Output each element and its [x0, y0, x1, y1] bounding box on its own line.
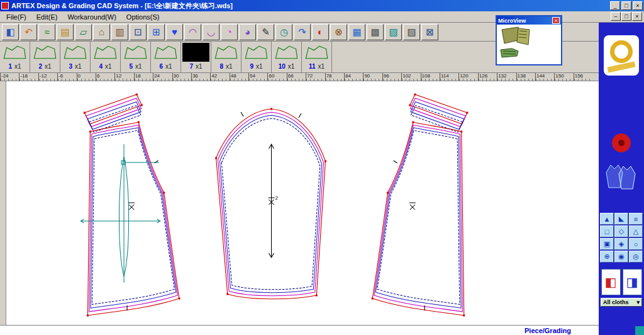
menu-item[interactable]: File(F) — [1, 13, 31, 21]
doc-restore-button[interactable]: □ — [621, 12, 631, 21]
keyboard-icon[interactable]: ▩ — [367, 24, 384, 40]
pattern-canvas[interactable]: 2 — [0, 81, 599, 325]
ruler-tick: 90 — [363, 73, 382, 81]
piece-tab-number: 8 — [219, 62, 223, 71]
sidebar-tool-12[interactable]: ◎ — [629, 251, 643, 263]
rainbow-icon[interactable]: ◔ — [221, 24, 238, 40]
sidebar-tool-6[interactable]: △ — [629, 225, 643, 237]
new-pattern-icon[interactable]: ▤ — [57, 24, 74, 40]
piece-tab-multiplier: x1 — [165, 62, 172, 71]
sidebar-tool-5[interactable]: ◇ — [614, 225, 628, 237]
ruler-tick: 6 — [96, 73, 114, 81]
printer-icon[interactable]: ▨ — [403, 24, 420, 40]
piece-tab[interactable]: 10 x1 — [272, 42, 302, 72]
sidebar-tool-1[interactable]: ▲ — [600, 213, 614, 225]
front-piece-button[interactable]: ◧ — [601, 269, 621, 295]
palette-icon[interactable]: ◐ — [312, 24, 329, 40]
microview-titlebar[interactable]: MicroView × — [497, 16, 561, 25]
ruler-tick: 48 — [230, 73, 248, 81]
sidebar-tool-3[interactable]: ≡ — [629, 213, 643, 225]
tape-measure-icon[interactable] — [604, 35, 639, 76]
ruler-tick: 150 — [554, 73, 573, 81]
piece-tab-number: 11 — [309, 62, 316, 71]
window-title: ARTEX Design & Grading CAD System - [E:\… — [11, 1, 610, 11]
arc-up-icon[interactable]: ◠ — [184, 24, 201, 40]
piece-tab-number: 3 — [69, 62, 72, 71]
grid-icon[interactable]: ▦ — [348, 24, 365, 40]
microview-thumbnail-2[interactable] — [499, 47, 521, 59]
rotate-icon[interactable]: ↷ — [294, 24, 311, 40]
pattern-pieces-icon[interactable] — [602, 162, 640, 190]
piece-tab[interactable]: 11 x1 — [302, 42, 332, 72]
undo-icon[interactable]: ↶ — [20, 24, 37, 40]
ruler-tick: -24 — [0, 73, 19, 81]
heart-icon[interactable]: ♥ — [166, 24, 183, 40]
ruler-tick: 84 — [344, 73, 363, 81]
piece-tab-multiplier: x1 — [45, 62, 52, 71]
piece-tab[interactable]: 3 x1 — [60, 42, 91, 72]
piece-thumbnail — [273, 43, 300, 62]
monitor-icon[interactable]: ⊡ — [130, 24, 147, 40]
microview-body — [497, 25, 561, 60]
maximize-button[interactable]: □ — [621, 1, 631, 10]
sidebar-tool-11[interactable]: ◉ — [614, 251, 628, 263]
doc-minimize-button[interactable]: – — [611, 12, 621, 21]
minimize-button[interactable]: _ — [610, 1, 620, 10]
menu-item[interactable]: Options(S) — [121, 13, 165, 21]
pen-icon[interactable]: ✎ — [257, 24, 274, 40]
select-pattern-icon[interactable]: ◧ — [2, 24, 19, 40]
piece-tab[interactable]: 4 x1 — [91, 42, 121, 72]
piece-tab[interactable]: 7 x1 — [181, 42, 211, 72]
piece-tab-multiplier: x1 — [135, 62, 142, 71]
piece-tab-number: 5 — [129, 62, 133, 71]
back-piece-button[interactable]: ◨ — [623, 269, 642, 295]
piece-tab[interactable]: 6 x1 — [151, 42, 181, 72]
ruler-tick: 18 — [134, 73, 153, 81]
ruler-tick: 54 — [248, 73, 267, 81]
piece-thumbnail — [303, 43, 330, 62]
monitor2-icon[interactable]: ⊠ — [421, 24, 438, 40]
mode-indicator: Piece/Grading — [525, 327, 571, 334]
sidebar-tool-2[interactable]: ◣ — [614, 213, 628, 225]
back-piece — [84, 94, 180, 317]
sidebar-tool-8[interactable]: ◈ — [614, 238, 628, 250]
piece-tab[interactable]: 5 x1 — [121, 42, 151, 72]
microview-close-button[interactable]: × — [552, 17, 560, 24]
ruler-tick: 30 — [172, 73, 191, 81]
grain-mark-front — [409, 203, 416, 210]
piece-outline-icon[interactable]: ▱ — [75, 24, 92, 40]
loop-icon[interactable]: ◕ — [239, 24, 256, 40]
menu-item[interactable]: Workaround(W) — [62, 13, 121, 21]
ruler-tick: 102 — [401, 73, 420, 81]
piece-tab[interactable]: 2 x1 — [30, 42, 60, 72]
sidebar-tool-4[interactable]: □ — [600, 225, 614, 237]
piece-tab[interactable]: 1 x1 — [0, 42, 30, 72]
piece-tab[interactable]: 8 x1 — [211, 42, 242, 72]
ruler-tick: 108 — [421, 73, 440, 81]
tools-icon[interactable]: ⊗ — [330, 24, 347, 40]
pincushion-icon[interactable] — [612, 133, 631, 152]
clock-icon[interactable]: ◷ — [275, 24, 292, 40]
chart-icon[interactable]: ▧ — [385, 24, 402, 40]
pattern-drawing: 2 — [0, 81, 599, 325]
grain-mark-back — [128, 203, 135, 210]
sidebar-tool-9[interactable]: ○ — [629, 238, 643, 250]
doc-close-button[interactable]: × — [632, 12, 642, 21]
piece-tab[interactable]: 9 x1 — [242, 42, 272, 72]
spreadsheet-icon[interactable]: ⊞ — [148, 24, 165, 40]
briefcase-icon[interactable]: ▥ — [111, 24, 128, 40]
piece-tab-multiplier: x1 — [256, 62, 263, 71]
ruler-tick: 42 — [210, 73, 229, 81]
close-button[interactable]: × — [633, 1, 643, 10]
ruler-tick: 114 — [440, 73, 458, 81]
cloth-filter-dropdown[interactable]: All cloths ▾ — [601, 298, 642, 307]
piece-thumbnail — [92, 43, 119, 62]
menu-item[interactable]: Edit(E) — [31, 13, 63, 21]
arc-down-icon[interactable]: ◡ — [203, 24, 219, 40]
sidebar-tool-10[interactable]: ⊕ — [600, 251, 614, 263]
microview-thumbnail-1[interactable] — [499, 26, 535, 46]
sidebar-tool-7[interactable]: ▣ — [600, 238, 614, 250]
folder-icon[interactable]: ⌂ — [93, 24, 110, 40]
microview-window[interactable]: MicroView × — [496, 15, 562, 65]
curve-tool-icon[interactable]: ≈ — [38, 24, 55, 40]
